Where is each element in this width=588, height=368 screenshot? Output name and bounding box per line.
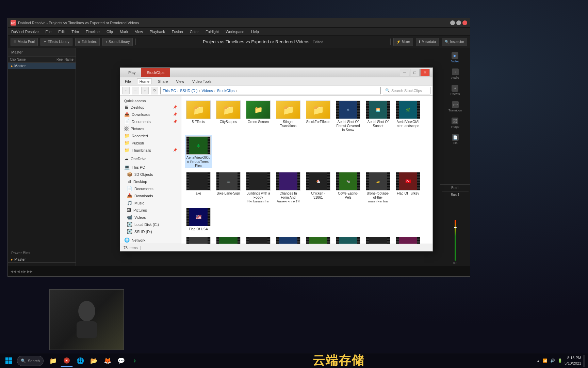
menu-fusion[interactable]: Fusion (170, 29, 184, 34)
sidebar-videos[interactable]: 📹 Videos (120, 214, 181, 221)
grid-item-aerial-conifer[interactable]: 🌲 AerialViewOfCon iferousTrees-Piec (185, 135, 212, 168)
sidebar-3dobjects[interactable]: 📦 3D Objects (120, 171, 181, 178)
inspector-btn[interactable]: 🔍 Inspector (442, 38, 467, 46)
sidebar-pictures-thispc[interactable]: 🖼 Pictures (120, 206, 181, 214)
taskbar-search[interactable]: 🔍 Search (17, 356, 44, 366)
grid-item-foggy[interactable]: ⛰ Foggy Mountain (185, 235, 212, 244)
fe-minimize-btn[interactable]: ─ (400, 69, 409, 76)
taskbar-resolve[interactable] (61, 355, 73, 367)
edit-index-tab[interactable]: ≡ Edit Index (75, 38, 100, 46)
sidebar-pictures-qa[interactable]: 🖼 Pictures (120, 125, 181, 132)
minimize-button[interactable] (450, 20, 455, 25)
sidebar-sshd[interactable]: 💽 SSHD (D:) (120, 228, 181, 235)
grid-item-stinger[interactable]: 📁 Stinger Transitions (275, 99, 302, 132)
taskbar-spotify[interactable]: ♪ (129, 355, 141, 367)
ribbon-share[interactable]: Share (156, 79, 170, 84)
media-pool-tab[interactable]: ⊞ Media Pool (11, 38, 38, 46)
menu-trim[interactable]: Trim (70, 29, 80, 34)
grid-item-aerial-snow[interactable]: ❄ Aerial Shot Of Forest Covered In Snow (334, 99, 362, 132)
menu-clip[interactable]: Clip (105, 29, 114, 34)
inspector-image-tab[interactable]: 🖼 Image (450, 116, 461, 130)
clock[interactable]: 8:13 PM 5/10/2021 (565, 355, 581, 366)
ribbon-view[interactable]: View (174, 79, 186, 84)
menu-playback[interactable]: Playback (148, 29, 166, 34)
crumb-thispc[interactable]: This PC (163, 89, 176, 93)
ribbon-home[interactable]: Home (137, 78, 152, 84)
grid-item-5effects[interactable]: 📁 5 Effects (185, 99, 212, 132)
address-bar[interactable]: This PC › SSHD (D:) › Videos › StockClip… (160, 87, 381, 94)
menu-view[interactable]: View (133, 29, 144, 34)
volume-icon[interactable]: 🔊 (550, 358, 555, 363)
mixer-btn[interactable]: ⚡ Mixer (393, 38, 413, 46)
refresh-btn[interactable]: ↻ (151, 87, 158, 94)
inspector-audio-tab[interactable]: ♪ Audio (450, 67, 460, 81)
grid-item-drone[interactable]: 🚁 drone-footage-of-the-mountain-top (364, 171, 392, 204)
sidebar-documents-qa[interactable]: 📄 Documents 📌 (120, 118, 181, 125)
sidebar-documents-thispc[interactable]: 📄 Documents (120, 185, 181, 192)
effects-library-tab[interactable]: ✦ Effects Library (40, 38, 72, 46)
sidebar-desktop-thispc[interactable]: 🖥 Desktop (120, 178, 181, 185)
sidebar-publish[interactable]: 📁 Publish (120, 139, 181, 147)
grid-item-changes[interactable]: Changes In Form And Appearance Of A Subm… (275, 171, 302, 204)
fe-close-btn[interactable]: ✕ (420, 69, 430, 76)
show-desktop-btn[interactable] (583, 355, 585, 367)
close-button[interactable] (462, 20, 467, 25)
grid-item-chicken[interactable]: 🐔 Chicken - 31861 (305, 171, 332, 204)
inspector-effects-tab[interactable]: ✦ Effects (449, 83, 461, 97)
menu-help[interactable]: Help (250, 29, 260, 34)
sound-library-tab[interactable]: ♪ Sound Library (102, 38, 133, 46)
ribbon-video-tools[interactable]: Video Tools (190, 79, 213, 84)
menu-davinci[interactable]: DaVinci Resolve (10, 29, 40, 34)
sidebar-music[interactable]: 🎵 Music (120, 199, 181, 206)
grid-item-bikelane[interactable]: 🚲 Bike-Lane-Sign (215, 171, 242, 204)
search-bar[interactable]: 🔍 Search StockClips (383, 87, 430, 94)
maximize-button[interactable] (456, 20, 461, 25)
back-btn[interactable]: ← (122, 87, 130, 94)
taskbar-explorer[interactable]: 📂 (88, 355, 100, 367)
crumb-stockclips[interactable]: StockClips (217, 89, 235, 93)
crumb-videos[interactable]: Videos (201, 89, 213, 93)
grid-item-aerial-sunset[interactable]: 🌅 Aerial Shot Of Sunset (364, 99, 392, 132)
sidebar-network[interactable]: 🌐 Network (120, 236, 181, 244)
grid-item-stockeffects[interactable]: 📁 StockForEffects (305, 99, 332, 132)
grid-item-ake[interactable]: ake (185, 171, 212, 204)
menu-workspace[interactable]: Workspace (224, 29, 246, 34)
grid-item-pool[interactable]: 🏊 Indoor Swimming Pool (275, 235, 302, 244)
inspector-transition-tab[interactable]: ⟷ Transition (447, 100, 463, 113)
sidebar-onedrive[interactable]: ☁ OneDrive (120, 155, 181, 162)
up-btn[interactable]: ↑ (141, 87, 149, 94)
tray-up-arrow[interactable]: ▲ (536, 359, 540, 363)
metadata-btn[interactable]: ℹ Metadata (416, 38, 439, 46)
taskbar-firefox[interactable]: 🦊 (101, 355, 114, 367)
grid-item-man-cigarette[interactable]: ManUsingAnElectronicCigaretteDevice (394, 235, 422, 244)
ribbon-file[interactable]: File (123, 79, 133, 84)
sidebar-thumbnails[interactable]: 📁 Thumbnails 📌 (120, 147, 181, 154)
power-bins-master[interactable]: ▸ Master (8, 256, 76, 262)
menu-edit[interactable]: Edit (57, 29, 66, 34)
tree-item-master[interactable]: ▸ Master (8, 63, 76, 69)
fe-tab-play[interactable]: Play (123, 68, 141, 77)
sidebar-recorded[interactable]: 📁 Recorded (120, 132, 181, 139)
grid-item-greenscreen[interactable]: 📁 Green Screen (245, 99, 272, 132)
windows-button[interactable] (3, 355, 15, 367)
taskbar-files[interactable]: 📁 (47, 355, 59, 367)
forward-btn[interactable]: → (132, 87, 139, 94)
grid-item-flag-turkey[interactable]: 🇹🇷 Flag Of Turkey (394, 171, 422, 204)
grid-item-hands[interactable]: 🤲 Hands - 31654 (245, 235, 272, 244)
inspector-file-tab[interactable]: 📄 File (451, 133, 460, 146)
grid-item-aerial-inter[interactable]: 🌿 AerialViewOfAInterLandscape (394, 99, 422, 132)
grid-item-cows[interactable]: 🐄 Cows-Eating-Pels (334, 171, 362, 204)
fe-maximize-btn[interactable]: □ (410, 69, 420, 76)
sidebar-downloads-thispc[interactable]: 📥 Downloads (120, 192, 181, 199)
menu-timeline[interactable]: Timeline (84, 29, 101, 34)
grid-item-greenscreenwoman[interactable]: 👤 greenscreenwoman (215, 235, 242, 244)
sidebar-desktop[interactable]: 🖥 Desktop 📌 (120, 104, 181, 111)
menu-file[interactable]: File (44, 29, 53, 34)
grid-item-looking-up[interactable]: 🌳 Looking Up at Forest (334, 235, 362, 244)
menu-color[interactable]: Color (189, 29, 200, 34)
menu-mark[interactable]: Mark (118, 29, 129, 34)
fe-tab-stockclips[interactable]: StockClips (141, 68, 170, 77)
taskbar-browser[interactable]: 🌐 (74, 355, 86, 367)
sidebar-thispc[interactable]: 💻 This PC (120, 164, 181, 171)
crumb-sshd[interactable]: SSHD (D:) (180, 89, 198, 93)
